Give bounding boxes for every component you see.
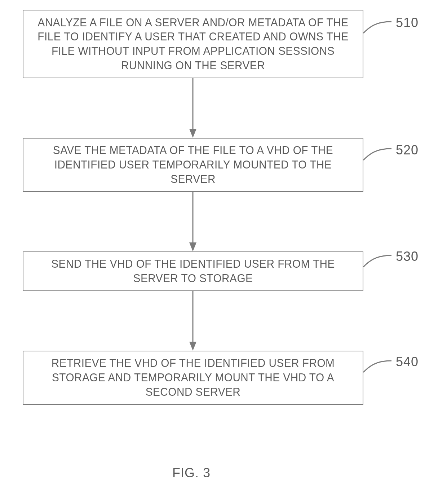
ref-label-540: 540 bbox=[396, 354, 419, 369]
svg-marker-1 bbox=[189, 129, 196, 138]
callout-510 bbox=[363, 22, 399, 36]
step-text: SEND THE VHD OF THE IDENTIFIED USER FROM… bbox=[36, 257, 350, 285]
callout-520 bbox=[363, 149, 399, 163]
step-text: RETRIEVE THE VHD OF THE IDENTIFIED USER … bbox=[36, 356, 350, 399]
arrow-520-530 bbox=[189, 192, 196, 251]
ref-label-510: 510 bbox=[396, 15, 419, 30]
svg-marker-5 bbox=[189, 342, 196, 351]
arrow-510-520 bbox=[189, 78, 196, 138]
step-box-530: SEND THE VHD OF THE IDENTIFIED USER FROM… bbox=[23, 251, 363, 291]
flowchart-canvas: ANALYZE A FILE ON A SERVER AND/OR METADA… bbox=[0, 0, 447, 504]
callout-530 bbox=[363, 255, 399, 270]
figure-label: FIG. 3 bbox=[172, 465, 211, 481]
step-text: ANALYZE A FILE ON A SERVER AND/OR METADA… bbox=[36, 16, 350, 73]
ref-label-520: 520 bbox=[396, 143, 419, 158]
step-text: SAVE THE METADATA OF THE FILE TO A VHD O… bbox=[36, 143, 350, 186]
step-box-510: ANALYZE A FILE ON A SERVER AND/OR METADA… bbox=[23, 10, 363, 78]
step-box-520: SAVE THE METADATA OF THE FILE TO A VHD O… bbox=[23, 138, 363, 192]
arrow-530-540 bbox=[189, 291, 196, 351]
step-box-540: RETRIEVE THE VHD OF THE IDENTIFIED USER … bbox=[23, 351, 363, 405]
svg-marker-3 bbox=[189, 242, 196, 251]
callout-540 bbox=[363, 361, 399, 375]
ref-label-530: 530 bbox=[396, 249, 419, 264]
